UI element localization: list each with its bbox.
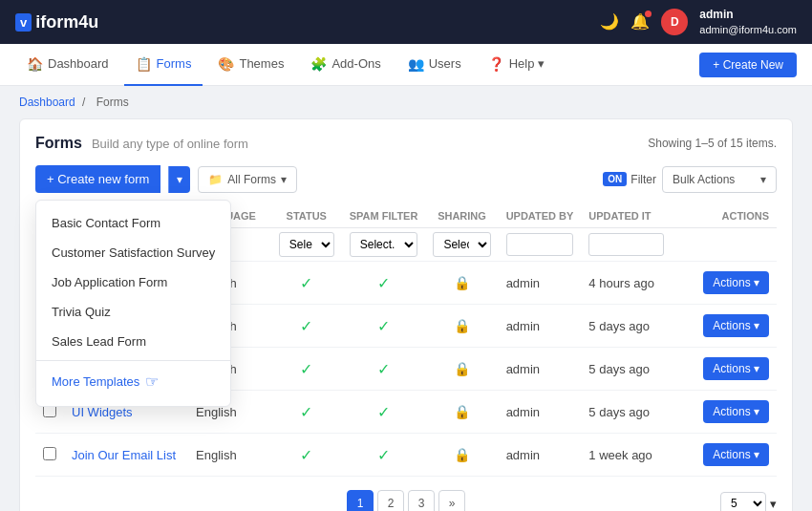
pagination: 1 2 3 » 5 10 25 ▾ [35,477,777,511]
row3-status-icon: ✓ [279,360,334,378]
breadcrumb: Dashboard / Forms [0,86,812,118]
nav-help[interactable]: ❓ Help ▾ [477,44,556,86]
page-size-arrow: ▾ [770,497,777,511]
row4-lock-icon: 🔒 [433,404,490,419]
toolbar: + Create new form ▾ Basic Contact Form C… [35,165,777,193]
col-actions: ACTIONS [672,204,777,228]
filter-toggle[interactable]: ON Filter [603,172,656,186]
filter-spam-cell: Select... [342,228,426,262]
create-form-button[interactable]: + Create new form [35,165,160,193]
users-icon: 👥 [408,56,424,72]
row5-form-name[interactable]: Join Our Email List [72,448,176,462]
row2-actions-cell: Actions ▾ [672,305,777,347]
breadcrumb-separator: / [82,96,85,109]
breadcrumb-current: Forms [96,96,129,109]
all-forms-button[interactable]: 📁 All Forms ▾ [198,166,297,193]
row2-spam-icon: ✓ [350,317,418,335]
row4-actions-cell: Actions ▾ [672,391,777,433]
dropdown-item-trivia-quiz[interactable]: Trivia Quiz [36,297,230,327]
page-size-group: 5 10 25 ▾ [720,492,777,511]
row2-status-icon: ✓ [279,317,334,335]
row2-updated-at: 5 days ago [581,305,672,348]
avatar[interactable]: D [661,9,688,35]
user-email: admin@iform4u.com [699,23,797,36]
brand-area: v iform4u [15,12,98,32]
nav-themes[interactable]: 🎨 Themes [206,44,295,86]
page-3-button[interactable]: 3 [408,490,435,511]
row5-checkbox[interactable] [43,447,56,460]
page-next-button[interactable]: » [438,490,465,511]
nav-forms[interactable]: 📋 Forms [124,44,203,86]
row3-updated-at: 5 days ago [581,348,672,391]
col-updated-by: UPDATED BY [499,204,582,228]
row5-actions-cell: Actions ▾ [672,434,777,476]
secondary-navigation: 🏠 Dashboard 📋 Forms 🎨 Themes 🧩 Add-Ons 👥… [0,44,812,86]
row1-spam-icon: ✓ [350,274,418,292]
row2-updated-by: admin [499,305,582,348]
col-spam: SPAM FILTER [342,204,426,228]
breadcrumb-home[interactable]: Dashboard [19,96,75,109]
bell-icon[interactable]: 🔔 [630,12,650,31]
status-filter-select[interactable]: Select... [279,232,334,257]
dropdown-item-sales-lead[interactable]: Sales Lead Form [36,327,230,356]
user-name: admin [699,8,797,23]
dropdown-more-templates[interactable]: More Templates ☞ [36,365,230,398]
forms-heading: Forms [35,135,82,152]
row1-actions-button[interactable]: Actions ▾ [703,271,769,294]
nav-users[interactable]: 👥 Users [396,44,473,86]
row5-updated-by: admin [499,434,582,477]
sharing-filter-select[interactable]: Select... [433,232,490,257]
create-form-arrow-button[interactable]: ▾ [168,166,190,193]
row5-actions-button[interactable]: Actions ▾ [703,443,769,466]
row4-actions-button[interactable]: Actions ▾ [703,400,769,423]
moon-icon[interactable]: 🌙 [600,12,619,31]
dropdown-item-satisfaction[interactable]: Customer Satisfaction Survey [36,238,230,267]
updated-at-filter-input[interactable] [588,233,664,256]
main-content: Forms Build any type of online form Show… [0,118,812,511]
spam-filter-select[interactable]: Select... [350,232,418,257]
row3-sharing: 🔒 [425,348,498,391]
page-1-button[interactable]: 1 [347,490,374,511]
create-new-button[interactable]: + Create New [699,53,797,77]
user-info: admin admin@iform4u.com [699,8,797,36]
themes-icon: 🎨 [218,56,234,72]
dropdown-item-basic-contact[interactable]: Basic Contact Form [36,208,230,238]
page-size-select[interactable]: 5 10 25 [720,492,766,511]
row5-lock-icon: 🔒 [433,447,490,462]
dropdown-item-job-application[interactable]: Job Application Form [36,267,230,297]
filter-label: Filter [630,173,656,186]
row4-updated-by: admin [499,391,582,434]
row5-spam-icon: ✓ [350,446,418,464]
dropdown-divider [36,360,230,361]
nav-dashboard[interactable]: 🏠 Dashboard [15,44,120,86]
more-templates-label: More Templates [52,374,139,389]
row5-checkbox-cell [35,434,64,477]
row1-actions-cell: Actions ▾ [672,262,777,304]
forms-subtitle: Build any type of online form [92,137,248,151]
folder-icon: 📁 [208,173,223,186]
row2-actions-button[interactable]: Actions ▾ [703,314,769,337]
row4-status: ✓ [271,391,342,434]
bulk-actions-dropdown[interactable]: Bulk Actions ▾ [662,166,777,193]
row1-updated-by: admin [499,262,582,305]
cursor-icon: ☞ [145,373,159,391]
updated-by-filter-input[interactable] [506,233,574,256]
help-icon: ❓ [488,56,504,72]
row2-spam: ✓ [342,305,426,348]
row5-sharing: 🔒 [425,434,498,477]
filter-share-cell: Select... [425,228,498,262]
create-form-dropdown: Basic Contact Form Customer Satisfaction… [35,200,231,407]
filter-updat-cell [581,228,672,262]
brand-logo[interactable]: v iform4u [15,12,98,32]
row4-sharing: 🔒 [425,391,498,434]
brand-name: iform4u [35,12,98,32]
col-updated-at: UPDATED IT [581,204,672,228]
page-2-button[interactable]: 2 [377,490,404,511]
topnav-right: 🌙 🔔 D admin admin@iform4u.com [600,8,797,36]
forms-header: Forms Build any type of online form Show… [35,135,777,152]
nav-addons[interactable]: 🧩 Add-Ons [299,44,392,86]
table-row: Join Our Email List English ✓ ✓ 🔒 admin … [35,434,777,477]
all-forms-label: All Forms [227,173,276,186]
row3-actions-button[interactable]: Actions ▾ [703,357,769,380]
row1-updated-at: 4 hours ago [581,262,672,305]
